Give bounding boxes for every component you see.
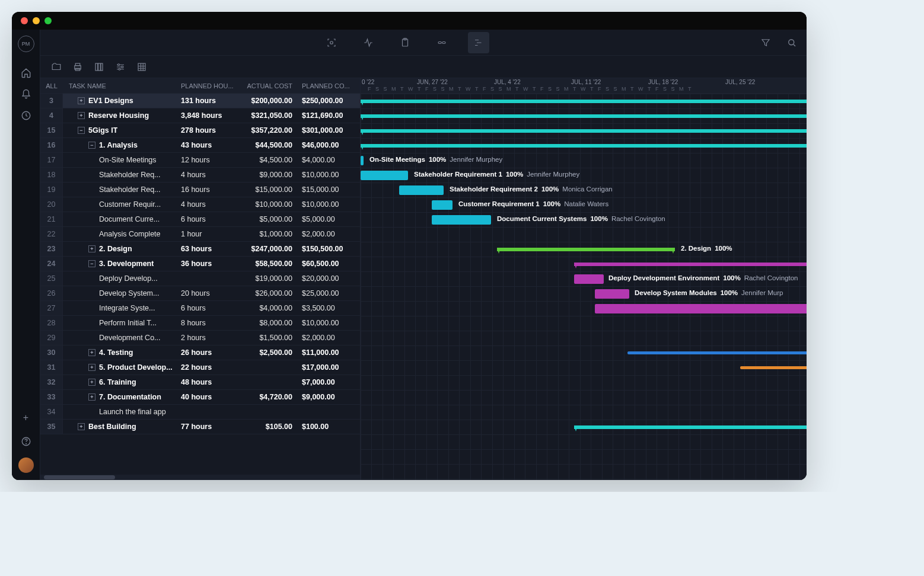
task-row[interactable]: 30+4. Testing26 hours$2,500.00$11,000.00 (40, 345, 360, 360)
task-name-cell[interactable]: Develop System... (63, 289, 177, 297)
expand-toggle[interactable]: − (88, 260, 95, 267)
planned-cost-cell[interactable]: $7,000.00 (298, 378, 360, 386)
row-number[interactable]: 29 (40, 331, 63, 345)
folder-icon[interactable] (51, 62, 62, 72)
row-number[interactable]: 22 (40, 227, 63, 241)
row-number[interactable]: 21 (40, 212, 63, 226)
row-number[interactable]: 18 (40, 168, 63, 182)
task-name-cell[interactable]: Stakeholder Req... (63, 171, 177, 179)
planned-cost-cell[interactable]: $17,000.00 (298, 363, 360, 372)
actual-cost-cell[interactable]: $4,720.00 (237, 393, 298, 401)
task-row[interactable]: 20Customer Requir...4 hours$10,000.00$10… (40, 197, 360, 212)
task-name-cell[interactable]: +5. Product Develop... (63, 363, 177, 372)
home-icon[interactable] (21, 68, 31, 78)
planned-hours-cell[interactable]: 22 hours (177, 363, 237, 372)
expand-toggle[interactable]: + (88, 379, 95, 386)
expand-toggle[interactable]: + (78, 423, 85, 430)
planned-cost-cell[interactable]: $3,500.00 (298, 304, 360, 312)
actual-cost-cell[interactable]: $105.00 (237, 423, 298, 431)
row-number[interactable]: 4 (40, 108, 63, 123)
planned-hours-cell[interactable]: 77 hours (177, 423, 237, 431)
view-link-icon[interactable] (431, 32, 453, 53)
task-row[interactable]: 31+5. Product Develop...22 hours$17,000.… (40, 360, 360, 375)
row-number[interactable]: 3 (40, 94, 63, 108)
row-number[interactable]: 35 (40, 420, 63, 434)
header-all[interactable]: ALL (40, 82, 63, 89)
task-name-cell[interactable]: Launch the final app (63, 408, 177, 416)
gantt-bar[interactable] (595, 289, 629, 299)
task-row[interactable]: 17On-Site Meetings12 hours$4,500.00$4,00… (40, 153, 360, 168)
task-row[interactable]: 21Document Curre...6 hours$5,000.00$5,00… (40, 212, 360, 227)
planned-hours-cell[interactable]: 12 hours (177, 156, 237, 164)
actual-cost-cell[interactable]: $10,000.00 (237, 200, 298, 209)
planned-cost-cell[interactable]: $60,500.00 (298, 260, 360, 268)
task-name-cell[interactable]: −3. Development (63, 260, 177, 268)
task-row[interactable]: 22Analysis Complete1 hour$1,000.00$2,000… (40, 227, 360, 242)
task-name-cell[interactable]: +6. Training (63, 378, 177, 386)
expand-toggle[interactable]: + (78, 112, 85, 119)
planned-hours-cell[interactable]: 26 hours (177, 348, 237, 357)
expand-toggle[interactable]: + (88, 349, 95, 356)
planned-hours-cell[interactable]: 4 hours (177, 171, 237, 179)
planned-hours-cell[interactable]: 4 hours (177, 200, 237, 209)
search-icon[interactable] (786, 37, 797, 48)
expand-toggle[interactable]: − (88, 142, 95, 149)
planned-hours-cell[interactable]: 40 hours (177, 393, 237, 401)
planned-cost-cell[interactable]: $2,000.00 (298, 334, 360, 342)
task-row[interactable]: 27Integrate Syste...6 hours$4,000.00$3,5… (40, 301, 360, 316)
expand-toggle[interactable]: + (88, 364, 95, 371)
actual-cost-cell[interactable]: $4,000.00 (237, 304, 298, 312)
task-name-cell[interactable]: −5Gigs IT (63, 126, 177, 135)
gantt-bar[interactable] (497, 248, 675, 251)
task-name-cell[interactable]: +Best Building (63, 423, 177, 431)
actual-cost-cell[interactable]: $247,000.00 (237, 245, 298, 253)
task-name-cell[interactable]: Stakeholder Req... (63, 185, 177, 194)
actual-cost-cell[interactable]: $2,500.00 (237, 348, 298, 357)
task-name-cell[interactable]: Document Curre... (63, 215, 177, 223)
task-row[interactable]: 35+Best Building77 hours$105.00$100.00 (40, 420, 360, 434)
gantt-bar[interactable] (361, 114, 807, 118)
planned-cost-cell[interactable]: $301,000.00 (298, 126, 360, 135)
settings-sliders-icon[interactable] (115, 62, 126, 72)
planned-cost-cell[interactable]: $150,500.00 (298, 245, 360, 253)
task-name-cell[interactable]: Integrate Syste... (63, 304, 177, 312)
actual-cost-cell[interactable]: $19,000.00 (237, 274, 298, 283)
gantt-bar[interactable] (361, 156, 364, 165)
header-actual-cost[interactable]: ACTUAL COST (237, 82, 298, 89)
row-number[interactable]: 32 (40, 375, 63, 389)
gantt-bar[interactable] (432, 200, 453, 210)
planned-cost-cell[interactable]: $20,000.00 (298, 274, 360, 283)
view-gantt-icon[interactable] (468, 32, 489, 53)
row-number[interactable]: 34 (40, 405, 63, 419)
add-button[interactable]: + (18, 410, 34, 425)
planned-cost-cell[interactable]: $121,690.00 (298, 111, 360, 120)
task-name-cell[interactable]: +2. Design (63, 245, 177, 253)
task-row[interactable]: 34Launch the final app (40, 405, 360, 420)
planned-hours-cell[interactable]: 6 hours (177, 304, 237, 312)
task-name-cell[interactable]: Customer Requir... (63, 200, 177, 209)
task-row[interactable]: 16−1. Analysis43 hours$44,500.00$46,000.… (40, 138, 360, 153)
planned-cost-cell[interactable]: $15,000.00 (298, 185, 360, 194)
planned-hours-cell[interactable]: 6 hours (177, 215, 237, 223)
row-number[interactable]: 15 (40, 123, 63, 137)
row-number[interactable]: 17 (40, 153, 63, 167)
view-activity-icon[interactable] (358, 32, 379, 53)
maximize-window-button[interactable] (44, 17, 52, 24)
planned-hours-cell[interactable]: 20 hours (177, 289, 237, 297)
actual-cost-cell[interactable]: $26,000.00 (237, 289, 298, 297)
header-planned-cost[interactable]: PLANNED CO... (298, 82, 360, 89)
actual-cost-cell[interactable]: $357,220.00 (237, 126, 298, 135)
header-planned-hours[interactable]: PLANNED HOU... (177, 82, 237, 89)
task-name-cell[interactable]: Deploy Develop... (63, 274, 177, 283)
print-icon[interactable] (72, 62, 83, 72)
planned-hours-cell[interactable]: 63 hours (177, 245, 237, 253)
task-row[interactable]: 15−5Gigs IT278 hours$357,220.00$301,000.… (40, 123, 360, 138)
task-row[interactable]: 29Development Co...2 hours$1,500.00$2,00… (40, 331, 360, 345)
actual-cost-cell[interactable]: $9,000.00 (237, 171, 298, 179)
gantt-timeline-header[interactable]: 0 '22JUN, 27 '22JUL, 4 '22JUL, 11 '22JUL… (361, 78, 807, 94)
row-number[interactable]: 20 (40, 197, 63, 212)
gantt-bar[interactable] (361, 171, 408, 180)
expand-toggle[interactable]: + (78, 97, 85, 104)
planned-cost-cell[interactable]: $5,000.00 (298, 215, 360, 223)
gantt-bar[interactable] (574, 425, 807, 429)
